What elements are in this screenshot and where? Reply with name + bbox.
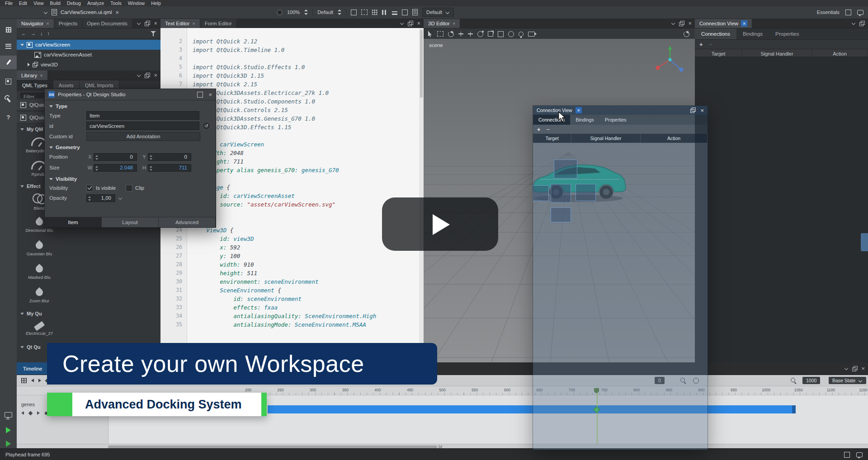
prev-keyframe-icon[interactable] [21, 411, 24, 415]
connections-tab-properties[interactable]: Properties [769, 28, 805, 39]
zoom-level[interactable]: 100% [287, 9, 300, 15]
arrow-left-icon[interactable]: ← [21, 31, 26, 36]
style-stepper[interactable] [338, 9, 341, 15]
tab-projects[interactable]: Projects [54, 19, 83, 28]
properties-dialog[interactable]: DS Properties - Qt Design Studio × Type … [44, 89, 216, 228]
section-visibility[interactable]: Visibility [56, 176, 77, 182]
rail-apps[interactable] [0, 23, 17, 37]
camera-icon[interactable] [528, 32, 535, 37]
close-icon[interactable]: × [453, 21, 455, 26]
float-icon[interactable] [145, 73, 150, 78]
chevron-down-icon[interactable] [137, 22, 141, 25]
menu-analyze[interactable]: Analyze [84, 0, 107, 6]
editor-scrollbar[interactable] [419, 28, 424, 362]
x-spinner[interactable]: 0 [94, 153, 137, 161]
properties-tab-advanced[interactable]: Advanced [159, 217, 216, 227]
float-icon[interactable] [852, 366, 858, 371]
library-item-masked-blu[interactable]: Masked Blu [18, 261, 61, 284]
floating-tab-bindings[interactable]: Bindings [570, 115, 599, 125]
rail-documents[interactable] [0, 39, 17, 53]
connections-table[interactable] [695, 56, 868, 362]
columns-layout-icon[interactable] [382, 10, 387, 15]
float-icon[interactable] [859, 21, 865, 26]
canvas-icon[interactable] [402, 9, 408, 15]
zoom-icon[interactable] [277, 9, 283, 15]
edit-light-icon[interactable] [519, 32, 524, 37]
dialog-title-bar[interactable]: DS Properties - Qt Design Studio × [45, 89, 216, 100]
menu-tools[interactable]: Tools [107, 0, 125, 6]
snap-icon[interactable] [458, 32, 463, 37]
show-bounds-icon[interactable] [361, 9, 368, 15]
chat-icon[interactable] [857, 10, 863, 15]
rail-run[interactable] [0, 423, 17, 437]
add-item-icon[interactable] [351, 9, 357, 15]
maximize-icon[interactable] [197, 92, 203, 98]
floating-tab-properties[interactable]: Properties [599, 115, 632, 125]
essentials-label[interactable]: Essentials [817, 9, 840, 15]
properties-tab-item[interactable]: Item [45, 217, 102, 227]
next-keyframe-icon[interactable] [37, 411, 40, 415]
sync-icon[interactable] [448, 31, 454, 37]
connections-tab-bindings[interactable]: Bindings [736, 28, 769, 39]
close-icon[interactable]: × [861, 366, 865, 371]
connections-table[interactable] [533, 143, 708, 450]
close-icon[interactable]: × [417, 20, 420, 26]
fit-selected-icon[interactable] [498, 31, 504, 37]
tab-open-documents[interactable]: Open Documents [82, 19, 132, 28]
timeline-duration-bar[interactable] [268, 405, 796, 413]
float-icon[interactable] [690, 108, 696, 113]
tab-navigator[interactable]: Navigator× [17, 19, 54, 28]
tab-timeline[interactable]: Timeline [17, 362, 48, 375]
arrow-down-icon[interactable]: ↓ [40, 31, 43, 36]
library-item-gaussian-blu[interactable]: Gaussian Blu [18, 237, 61, 261]
properties-tab-layout[interactable]: Layout [102, 217, 159, 227]
keyframe-icon[interactable] [28, 411, 33, 415]
rail-kit-selector[interactable] [0, 408, 17, 422]
next-frame-icon[interactable] [38, 379, 41, 382]
add-connection-icon[interactable]: + [537, 127, 541, 132]
close-icon[interactable]: × [46, 21, 49, 26]
library-item-zoom-blur[interactable]: Zoom Blur [18, 284, 61, 308]
panel-icon[interactable] [844, 452, 850, 458]
annotations-icon[interactable] [412, 9, 418, 15]
chevron-down-icon[interactable] [851, 22, 856, 25]
arrow-right-icon[interactable]: → [31, 31, 36, 36]
close-icon[interactable]: × [40, 73, 42, 78]
menu-build[interactable]: Build [47, 0, 64, 6]
menu-edit[interactable]: Edit [16, 0, 30, 6]
remove-connection-icon[interactable]: − [547, 127, 550, 132]
floating-connection-view[interactable]: Connection View × × ConnectionsBindingsP… [533, 105, 708, 450]
chevron-down-icon[interactable] [400, 22, 404, 25]
connections-tab-connections[interactable]: Connections [695, 28, 736, 39]
close-icon[interactable]: × [154, 20, 157, 26]
chevron-down-icon[interactable] [137, 74, 141, 77]
chat-icon[interactable] [856, 452, 863, 457]
menu-view[interactable]: View [30, 0, 47, 6]
rail-tools[interactable] [0, 93, 17, 106]
height-spinner[interactable]: 711 [148, 164, 191, 172]
clip-checkbox[interactable] [126, 185, 132, 192]
prev-frame-icon[interactable] [31, 379, 34, 382]
reset-icon[interactable]: ↺ [202, 122, 211, 130]
is-visible-checkbox[interactable] [86, 185, 93, 192]
filter-icon[interactable] [151, 31, 156, 36]
video-play-button[interactable] [382, 197, 498, 251]
tab-3d-editor[interactable]: 3D Editor× [424, 19, 460, 28]
axis-gizmo-icon[interactable] [652, 44, 688, 80]
tree-item-carviewscreen[interactable]: carViewScreen [17, 40, 160, 50]
float-icon[interactable] [145, 21, 150, 26]
panel-edge-handle[interactable] [861, 233, 868, 251]
chevron-down-icon[interactable] [671, 22, 675, 25]
rail-help[interactable]: ? [0, 110, 17, 124]
search-icon[interactable] [791, 378, 797, 384]
state-select[interactable]: Base State [829, 377, 866, 384]
arrow-up-icon[interactable]: ↑ [47, 31, 50, 36]
tab-text-editor[interactable]: Text Editor× [160, 19, 200, 28]
panel-icon[interactable] [845, 9, 851, 15]
open-file-tab[interactable]: CarViewScreen.ui.qml [61, 9, 112, 15]
close-icon[interactable]: × [116, 9, 119, 15]
close-icon[interactable]: × [192, 21, 195, 26]
id-field[interactable] [86, 122, 199, 130]
add-annotation-button[interactable]: Add Annotation [86, 132, 200, 141]
add-connection-icon[interactable]: + [699, 42, 703, 47]
